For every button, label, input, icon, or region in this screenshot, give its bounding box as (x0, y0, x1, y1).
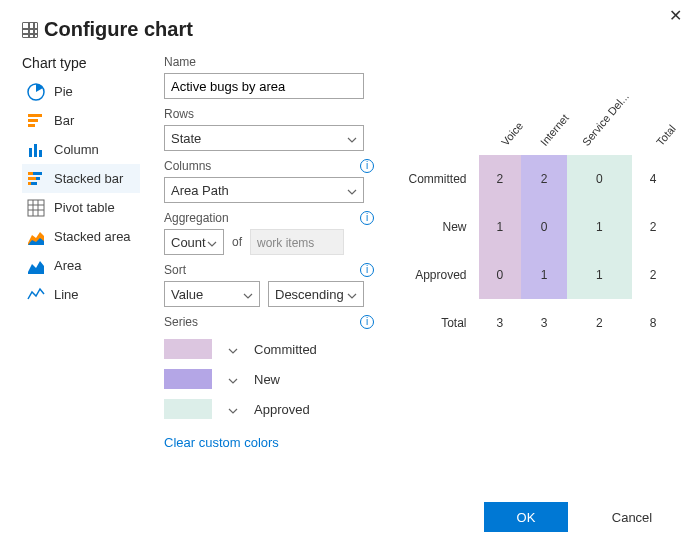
svg-rect-6 (39, 150, 42, 157)
aggregation-label: Aggregation (164, 211, 229, 225)
svg-rect-11 (28, 182, 31, 185)
pivot-total-row: Total 3 3 2 8 (398, 299, 674, 347)
sort-by-value: Value (171, 287, 203, 302)
column-icon (26, 140, 46, 160)
pivot-col-total: 3 (521, 299, 566, 347)
clear-custom-colors-link[interactable]: Clear custom colors (164, 435, 279, 450)
pivot-cell: 1 (479, 203, 522, 251)
svg-rect-9 (28, 177, 36, 180)
dialog-title: Configure chart (44, 18, 193, 41)
pivot-cell: 1 (567, 251, 632, 299)
columns-value: Area Path (171, 183, 229, 198)
svg-rect-8 (33, 172, 42, 175)
pivot-row-label: Approved (398, 251, 479, 299)
info-icon[interactable]: i (360, 159, 374, 173)
ok-button[interactable]: OK (484, 502, 568, 532)
pivot-col-header: Internet (521, 95, 566, 155)
chart-type-area[interactable]: Area (22, 251, 140, 280)
aggregation-value: Count (171, 235, 206, 250)
pivot-table-icon (26, 198, 46, 218)
pie-icon (26, 82, 46, 102)
pivot-cell: 0 (567, 155, 632, 203)
series-name: Committed (254, 342, 317, 357)
chart-type-pivot-table[interactable]: Pivot table (22, 193, 140, 222)
columns-label: Columns (164, 159, 211, 173)
svg-rect-5 (34, 144, 37, 157)
chevron-down-icon[interactable] (228, 344, 238, 354)
pivot-row-label: Committed (398, 155, 479, 203)
chart-type-label: Stacked bar (54, 171, 123, 186)
chart-type-pie[interactable]: Pie (22, 77, 140, 106)
pivot-col-header: Service Del... (567, 95, 632, 155)
name-input[interactable] (164, 73, 364, 99)
pivot-grand-total: 8 (632, 299, 674, 347)
pivot-row-total: 2 (632, 203, 674, 251)
pivot-row: Approved 0 1 1 2 (398, 251, 674, 299)
svg-rect-7 (28, 172, 33, 175)
stacked-area-icon (26, 227, 46, 247)
area-icon (26, 256, 46, 276)
stacked-bar-icon (26, 169, 46, 189)
pivot-row-label: New (398, 203, 479, 251)
pivot-row: Committed 2 2 0 4 (398, 155, 674, 203)
sort-by-select[interactable]: Value (164, 281, 260, 307)
chart-config-icon (22, 22, 38, 38)
chart-type-line[interactable]: Line (22, 280, 140, 309)
aggregation-select[interactable]: Count (164, 229, 224, 255)
chart-type-stacked-bar[interactable]: Stacked bar (22, 164, 140, 193)
info-icon[interactable]: i (360, 211, 374, 225)
chart-type-label: Stacked area (54, 229, 131, 244)
config-form: Name Rows State Columns i Area Path Aggr… (164, 55, 374, 450)
sort-dir-select[interactable]: Descending (268, 281, 364, 307)
rows-value: State (171, 131, 201, 146)
pivot-cell: 0 (479, 251, 522, 299)
columns-select[interactable]: Area Path (164, 177, 364, 203)
pivot-row: New 1 0 1 2 (398, 203, 674, 251)
series-swatch[interactable] (164, 339, 212, 359)
info-icon[interactable]: i (360, 263, 374, 277)
series-swatch[interactable] (164, 369, 212, 389)
cancel-button[interactable]: Cancel (590, 502, 674, 532)
svg-rect-1 (28, 114, 42, 117)
pivot-cell: 1 (567, 203, 632, 251)
pivot-row-total: 2 (632, 251, 674, 299)
chart-type-label: Pivot table (54, 200, 115, 215)
sort-label: Sort (164, 263, 186, 277)
pivot-cell: 1 (521, 251, 566, 299)
chart-type-label: Column (54, 142, 99, 157)
series-row-new: New (164, 369, 374, 389)
chart-type-column[interactable]: Column (22, 135, 140, 164)
pivot-col-header: Voice (479, 95, 522, 155)
chart-type-label: Pie (54, 84, 73, 99)
chevron-down-icon (347, 289, 357, 299)
info-icon[interactable]: i (360, 315, 374, 329)
pivot-cell: 0 (521, 203, 566, 251)
chevron-down-icon (207, 237, 217, 247)
chart-type-bar[interactable]: Bar (22, 106, 140, 135)
chart-preview: Voice Internet Service Del... Total Comm… (398, 55, 674, 450)
chevron-down-icon[interactable] (228, 404, 238, 414)
chart-type-label: Area (54, 258, 81, 273)
chevron-down-icon (347, 185, 357, 195)
pivot-preview-table: Voice Internet Service Del... Total Comm… (398, 95, 674, 347)
chevron-down-icon[interactable] (228, 374, 238, 384)
chart-type-sidebar: Chart type Pie Bar Column (22, 55, 140, 450)
pivot-cell: 2 (521, 155, 566, 203)
svg-rect-12 (31, 182, 37, 185)
series-swatch[interactable] (164, 399, 212, 419)
chevron-down-icon (347, 133, 357, 143)
series-row-committed: Committed (164, 339, 374, 359)
svg-rect-10 (36, 177, 40, 180)
pivot-row-total: 4 (632, 155, 674, 203)
svg-rect-4 (29, 148, 32, 157)
rows-label: Rows (164, 107, 194, 121)
close-icon[interactable]: ✕ (669, 6, 682, 25)
aggregation-target: work items (250, 229, 344, 255)
svg-rect-13 (28, 200, 44, 216)
pivot-cell: 2 (479, 155, 522, 203)
pivot-col-total: 2 (567, 299, 632, 347)
svg-rect-2 (28, 119, 38, 122)
pivot-total-label: Total (398, 299, 479, 347)
rows-select[interactable]: State (164, 125, 364, 151)
chart-type-stacked-area[interactable]: Stacked area (22, 222, 140, 251)
